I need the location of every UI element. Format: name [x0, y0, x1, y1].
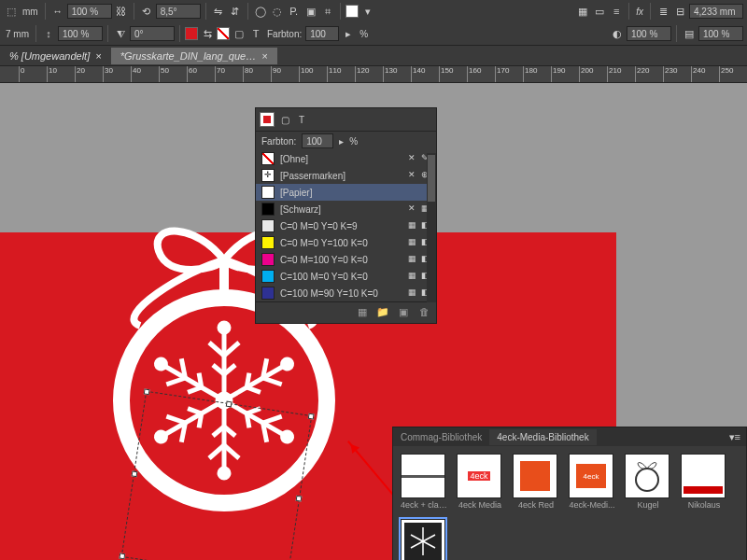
text-icon[interactable]: T [248, 26, 263, 41]
stroke-color-swatch[interactable] [217, 27, 230, 40]
frame-icon[interactable]: ▣ [303, 4, 318, 19]
library-item[interactable]: Kugel [625, 454, 671, 510]
horizontal-ruler[interactable]: 0102030405060708090100110120130140150160… [0, 66, 747, 83]
pathfinder-icon-2[interactable]: ◌ [270, 4, 285, 19]
library-item[interactable]: 4eck4eck Media [457, 454, 503, 510]
pct4-input[interactable] [698, 26, 743, 41]
height-input[interactable] [689, 4, 743, 19]
shear-icon[interactable]: ⧨ [113, 26, 128, 41]
swatch-item[interactable]: C=0 M=0 Y=0 K=9▦◧ [256, 217, 436, 234]
control-bar: ⬚ mm ↔ ⛓ ⟲ ⇋ ⇵ ◯ ◌ P. ▣ ⌗ ▾ ▦ ▭ ≡ fx ≣ ⊟… [0, 0, 747, 46]
scale-h-icon[interactable]: ↔ [50, 4, 65, 19]
swatches-footer: ▦ 📁 ▣ 🗑 [256, 301, 436, 323]
shear-input[interactable] [130, 26, 175, 41]
rotate-icon[interactable]: ⟲ [139, 4, 154, 19]
flip-h-icon[interactable]: ⇋ [211, 4, 226, 19]
scale-v-icon[interactable]: ↕ [41, 26, 56, 41]
library-tab-4eck[interactable]: 4eck-Media-Bibliothek [489, 429, 596, 445]
text-format-icon[interactable]: T [295, 113, 308, 126]
pct-label: % [349, 136, 358, 147]
tint-label: Farbton: [267, 29, 302, 39]
library-body: 4eck + claim4eck4eck Media4eck Red4eck4e… [393, 446, 746, 560]
stroke-icon[interactable]: ≣ [655, 4, 670, 19]
height-icon[interactable]: ⊟ [672, 4, 687, 19]
tab-doc-1[interactable]: % [Umgewandelt]× [0, 48, 111, 64]
library-item[interactable]: 4eck Red [513, 454, 559, 510]
tab-doc-2[interactable]: *Grusskarte_DIN_lang_que…× [111, 48, 277, 64]
pathfinder-icon[interactable]: ◯ [253, 4, 268, 19]
tab-title: *Grusskarte_DIN_lang_que… [120, 50, 257, 62]
scale-x-input[interactable] [67, 4, 112, 19]
wrap-icon[interactable]: ▤ [682, 26, 697, 41]
tree-icon[interactable]: ⌗ [320, 4, 335, 19]
close-icon[interactable]: × [95, 50, 101, 62]
document-tabs: % [Umgewandelt]× *Grusskarte_DIN_lang_qu… [0, 46, 747, 66]
size-label-2: 7 mm [6, 29, 29, 39]
tint-label: Farbton: [261, 136, 296, 147]
swatch-item[interactable]: ✛[Passermarken]✕⊕ [256, 167, 436, 184]
svg-point-9 [636, 469, 658, 491]
swatch-item[interactable]: C=100 M=0 Y=0 K=0▦◧ [256, 268, 436, 285]
scale-y-input[interactable] [58, 26, 103, 41]
swatches-list: [Ohne]✕✎✛[Passermarken]✕⊕[Papier][Schwar… [256, 150, 436, 301]
swatch-item[interactable]: [Schwarz]✕▦ [256, 201, 436, 217]
swatches-header: ▢ T [256, 108, 436, 131]
chain-icon[interactable]: ⛓ [114, 4, 129, 19]
opacity-icon[interactable]: ◐ [610, 26, 625, 41]
opacity-input[interactable] [627, 26, 671, 41]
panel-menu-icon[interactable]: ▾≡ [724, 431, 746, 443]
close-icon[interactable]: × [261, 50, 267, 62]
grid-icon[interactable]: ▦ [575, 4, 590, 19]
control-bar-row-1: ⬚ mm ↔ ⛓ ⟲ ⇋ ⇵ ◯ ◌ P. ▣ ⌗ ▾ ▦ ▭ ≡ fx ≣ ⊟ [0, 0, 747, 22]
swap-icon[interactable]: ⇆ [200, 26, 215, 41]
rotate-input[interactable] [156, 4, 201, 19]
library-tabs: Commag-Bibliothek 4eck-Media-Bibliothek … [393, 427, 746, 446]
tint-arrow-icon[interactable]: ▸ [341, 26, 356, 41]
canvas[interactable]: ↖ [0, 83, 747, 560]
library-item[interactable]: Snowflake [401, 519, 447, 560]
tab-title: % [Umgewandelt] [9, 50, 90, 62]
swatches-tint-row: Farbton: ▸ % [256, 131, 436, 150]
fill-color-swatch[interactable] [185, 27, 198, 40]
link-icon[interactable]: ⬚ [4, 4, 19, 19]
control-bar-row-2: 7 mm ↕ ⧨ ⇆ ▢ T Farbton: ▸ % ◐ ▤ [0, 22, 747, 45]
swatches-panel: ▢ T Farbton: ▸ % [Ohne]✕✎✛[Passermarken]… [255, 107, 437, 324]
delete-swatch-icon[interactable]: 🗑 [417, 306, 430, 319]
container-icon[interactable]: ▢ [232, 26, 247, 41]
flip-v-icon[interactable]: ⇵ [228, 4, 243, 19]
fx-label[interactable]: fx [636, 7, 643, 17]
svg-point-7 [219, 323, 229, 332]
selection-box[interactable] [121, 391, 313, 560]
swatch-item[interactable]: C=0 M=0 Y=100 K=0▦◧ [256, 234, 436, 251]
fill-swatch[interactable] [345, 5, 359, 18]
pct-label: % [359, 29, 368, 39]
container-format-icon[interactable]: ▢ [278, 113, 291, 126]
tint-value-input[interactable] [302, 133, 333, 148]
fill-stroke-proxy[interactable] [260, 112, 275, 127]
swatch-item[interactable]: [Ohne]✕✎ [256, 150, 436, 167]
dropdown-icon[interactable]: ▾ [360, 4, 375, 19]
doc-icon[interactable]: ▭ [592, 4, 607, 19]
unit-label: mm [22, 7, 38, 17]
library-item[interactable]: 4eck + claim [401, 454, 447, 510]
library-panel: Commag-Bibliothek 4eck-Media-Bibliothek … [392, 427, 747, 560]
new-swatch-icon[interactable]: ▣ [397, 306, 410, 319]
pt-icon[interactable]: P. [287, 4, 302, 19]
swatch-item[interactable]: [Papier] [256, 184, 436, 201]
swatches-scrollbar[interactable] [427, 153, 436, 302]
new-folder-icon[interactable]: 📁 [376, 306, 389, 319]
library-item[interactable]: 4eck4eck-Medi... [569, 454, 615, 510]
align-icon[interactable]: ≡ [609, 4, 624, 19]
library-tab-commag[interactable]: Commag-Bibliothek [393, 429, 489, 445]
library-item[interactable]: Nikolaus [681, 454, 727, 510]
show-swatches-icon[interactable]: ▦ [356, 306, 369, 319]
swatch-item[interactable]: C=100 M=90 Y=10 K=0▦◧ [256, 285, 436, 301]
swatch-item[interactable]: C=0 M=100 Y=0 K=0▦◧ [256, 251, 436, 268]
tint-input[interactable] [305, 26, 339, 41]
tint-slider-icon[interactable]: ▸ [339, 136, 344, 147]
